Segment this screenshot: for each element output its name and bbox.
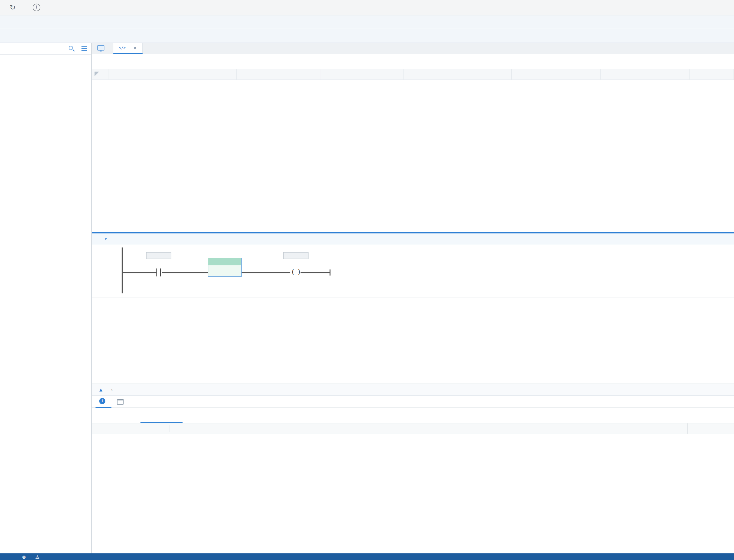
log-table-header — [92, 423, 734, 434]
col-format — [423, 69, 512, 79]
subtab-general[interactable] — [98, 408, 140, 423]
coil-value-badge — [283, 252, 308, 259]
error-icon: ⊗ — [22, 554, 26, 559]
ladder-canvas[interactable]: ( ) — [92, 245, 734, 297]
function-block[interactable] — [208, 258, 241, 277]
app-window: ↻ i — [0, 0, 734, 560]
info-icon — [99, 398, 105, 404]
editor-area: × — [92, 43, 734, 553]
ladder-editor: ▾ — [92, 233, 734, 298]
page-info-icon[interactable]: i — [33, 4, 40, 11]
info-tab-bar — [92, 396, 734, 408]
wire — [123, 272, 156, 273]
sidebar-header — [0, 43, 91, 55]
contact-icon[interactable] — [160, 268, 161, 276]
coil-close-icon[interactable]: ) — [297, 267, 301, 276]
warning-icon: ⚠ — [35, 554, 39, 559]
contact-icon[interactable] — [156, 268, 157, 276]
reload-icon[interactable]: ↻ — [6, 3, 20, 12]
browser-bar: ↻ i — [0, 0, 734, 15]
editor-tab-bar: × — [92, 43, 734, 54]
col-name — [109, 69, 237, 79]
col-modified — [601, 69, 690, 79]
network-header[interactable]: ▾ — [92, 233, 734, 245]
project-tree — [0, 55, 91, 553]
code-icon — [119, 45, 126, 51]
block-type-label — [208, 258, 241, 265]
col-time — [687, 423, 734, 434]
menu-bar — [0, 15, 734, 29]
search-icon[interactable] — [68, 45, 75, 52]
plc-icon — [97, 45, 104, 51]
properties-icon — [117, 399, 124, 404]
col-path — [92, 423, 687, 434]
tab-properties[interactable] — [113, 396, 129, 407]
variable-table — [92, 69, 734, 232]
col-retain — [404, 69, 423, 79]
collapse-panel-icon[interactable]: ▲ — [98, 387, 104, 392]
log-rows — [92, 434, 734, 553]
info-panel — [92, 396, 734, 553]
project-sidebar — [0, 43, 92, 553]
editor-toolbar — [92, 54, 734, 69]
select-all-corner[interactable] — [92, 69, 109, 79]
tab-plc1[interactable] — [92, 43, 113, 54]
chevron-down-icon[interactable]: ▾ — [105, 237, 107, 241]
divider — [78, 46, 78, 51]
breadcrumb-separator-icon — [111, 386, 113, 393]
power-rail — [122, 248, 123, 293]
status-bar: ⊗ ⚠ — [0, 553, 734, 560]
tab-pu1[interactable]: × — [113, 43, 143, 54]
wire-end — [329, 270, 330, 276]
wire — [162, 272, 208, 273]
wire — [300, 272, 329, 273]
info-subtabs — [92, 408, 734, 423]
contact-value-badge — [146, 252, 171, 259]
subtab-download[interactable] — [140, 408, 183, 423]
col-initial — [321, 69, 404, 79]
variable-table-header — [92, 69, 734, 80]
main-toolbar — [0, 29, 734, 43]
filter-icon[interactable] — [81, 45, 88, 52]
editor-empty-space — [92, 298, 734, 384]
col-actual — [512, 69, 601, 79]
tab-info[interactable] — [96, 396, 112, 408]
wire — [240, 272, 290, 273]
corner-triangle-icon — [94, 72, 99, 76]
close-icon[interactable]: × — [133, 44, 137, 51]
breadcrumb: ▲ — [92, 384, 734, 396]
col-datatype — [237, 69, 321, 79]
col-description — [690, 69, 734, 79]
subtab-compile[interactable] — [183, 408, 225, 423]
coil-open-icon[interactable]: ( — [291, 267, 295, 276]
